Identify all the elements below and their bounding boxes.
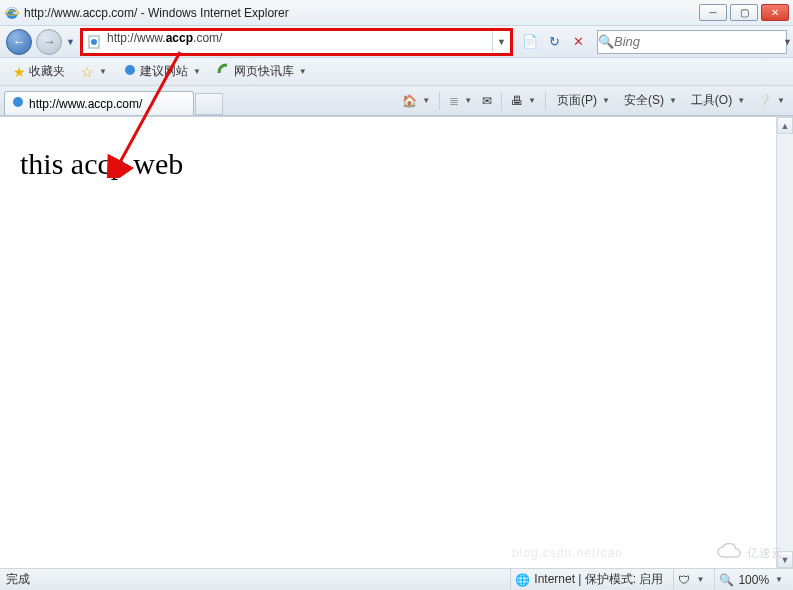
page-icon [86, 34, 102, 50]
tab-active[interactable]: http://www.accp.com/ [4, 91, 194, 115]
svg-point-4 [125, 65, 135, 75]
feeds-button[interactable]: ≣▼ [445, 91, 476, 111]
print-icon: 🖶 [511, 94, 523, 108]
suggested-sites-link[interactable]: 建议网站 ▼ [116, 60, 208, 83]
shield-icon: 🛡 [678, 573, 690, 587]
address-input[interactable]: http://www.accp.com/ [105, 31, 492, 53]
zoom-level: 100% [738, 573, 769, 587]
nav-tools: 📄 ↻ ✕ [519, 31, 589, 53]
url-host: accp [166, 31, 193, 45]
back-button[interactable]: ← [6, 29, 32, 55]
address-bar[interactable]: http://www.accp.com/ ▼ [82, 30, 511, 54]
window-titlebar: http://www.accp.com/ - Windows Internet … [0, 0, 793, 26]
help-button[interactable]: ❔▼ [753, 91, 789, 111]
watermark-brand: 亿速云 [715, 543, 783, 564]
address-dropdown[interactable]: ▼ [492, 31, 510, 53]
scroll-track[interactable] [777, 134, 793, 551]
tools-menu-label: 工具(O) [691, 92, 732, 109]
globe-icon: 🌐 [515, 573, 530, 587]
window-title: http://www.accp.com/ - Windows Internet … [24, 6, 699, 20]
watermark-brand-text: 亿速云 [747, 545, 783, 562]
nav-history-dropdown[interactable]: ▼ [66, 37, 78, 47]
chevron-down-icon: ▼ [99, 67, 107, 76]
page-menu[interactable]: 页面(P)▼ [551, 89, 616, 112]
status-protected-dropdown[interactable]: 🛡▼ [673, 569, 708, 590]
tools-menu[interactable]: 工具(O)▼ [685, 89, 751, 112]
minimize-button[interactable]: ─ [699, 4, 727, 21]
separator [545, 92, 546, 110]
window-controls: ─ ▢ ✕ [699, 4, 789, 21]
url-prefix: http://www. [107, 31, 166, 45]
status-zone-text: Internet | 保护模式: 启用 [534, 571, 663, 588]
content-viewport: this accp web ▲ ▼ [0, 116, 793, 568]
safety-menu-label: 安全(S) [624, 92, 664, 109]
print-button[interactable]: 🖶▼ [507, 91, 540, 111]
home-button[interactable]: 🏠▼ [398, 91, 434, 111]
refresh-button[interactable]: ↻ [543, 31, 565, 53]
status-zone[interactable]: 🌐 Internet | 保护模式: 启用 [510, 569, 667, 590]
separator [501, 92, 502, 110]
slice-icon [217, 63, 231, 80]
search-box[interactable]: 🔍 ▼ [597, 30, 787, 54]
watermark-blog: blog.csdn.net/cao [512, 546, 623, 560]
svg-point-5 [13, 97, 23, 107]
home-icon: 🏠 [402, 94, 417, 108]
read-mail-button[interactable]: ✉ [478, 91, 496, 111]
maximize-button[interactable]: ▢ [730, 4, 758, 21]
mail-icon: ✉ [482, 94, 492, 108]
scroll-up-button[interactable]: ▲ [777, 117, 793, 134]
page-menu-label: 页面(P) [557, 92, 597, 109]
search-input[interactable] [614, 34, 783, 49]
ie-page-icon [11, 95, 25, 112]
compat-view-icon[interactable]: 📄 [519, 31, 541, 53]
chevron-down-icon: ▼ [193, 67, 201, 76]
zoom-icon: 🔍 [719, 573, 734, 587]
search-icon[interactable]: 🔍 [598, 34, 614, 49]
status-bar: 完成 🌐 Internet | 保护模式: 启用 🛡▼ 🔍 100% ▼ [0, 568, 793, 590]
stop-button[interactable]: ✕ [567, 31, 589, 53]
zoom-control[interactable]: 🔍 100% ▼ [714, 569, 787, 590]
page-heading-text: this accp web [20, 147, 756, 181]
status-text: 完成 [6, 571, 30, 588]
web-slice-label: 网页快讯库 [234, 63, 294, 80]
ie-small-icon [123, 63, 137, 80]
new-tab-button[interactable] [195, 93, 223, 115]
page-body: this accp web [0, 117, 776, 568]
separator [439, 92, 440, 110]
web-slice-link[interactable]: 网页快讯库 ▼ [210, 60, 314, 83]
vertical-scrollbar[interactable]: ▲ ▼ [776, 117, 793, 568]
star-icon: ★ [13, 64, 26, 80]
star-add-icon: ☆ [81, 64, 94, 80]
command-bar: 🏠▼ ≣▼ ✉ 🖶▼ 页面(P)▼ 安全(S)▼ 工具(O)▼ ❔▼ [398, 89, 789, 115]
suggested-sites-label: 建议网站 [140, 63, 188, 80]
cloud-icon [715, 543, 743, 564]
add-favorite-button[interactable]: ☆ ▼ [74, 61, 114, 83]
svg-point-3 [91, 39, 97, 45]
navigation-bar: ← → ▼ http://www.accp.com/ ▼ 📄 ↻ ✕ 🔍 ▼ [0, 26, 793, 58]
forward-button[interactable]: → [36, 29, 62, 55]
safety-menu[interactable]: 安全(S)▼ [618, 89, 683, 112]
close-button[interactable]: ✕ [761, 4, 789, 21]
ie-logo-icon [4, 5, 20, 21]
help-icon: ❔ [757, 94, 772, 108]
chevron-down-icon: ▼ [299, 67, 307, 76]
tab-bar: http://www.accp.com/ 🏠▼ ≣▼ ✉ 🖶▼ 页面(P)▼ 安… [0, 86, 793, 116]
search-provider-dropdown[interactable]: ▼ [783, 37, 792, 47]
favorites-label: 收藏夹 [29, 63, 65, 80]
tab-title: http://www.accp.com/ [29, 97, 142, 111]
favorites-button[interactable]: ★ 收藏夹 [6, 60, 72, 83]
favorites-bar: ★ 收藏夹 ☆ ▼ 建议网站 ▼ 网页快讯库 ▼ [0, 58, 793, 86]
url-suffix: .com/ [193, 31, 222, 45]
rss-icon: ≣ [449, 94, 459, 108]
